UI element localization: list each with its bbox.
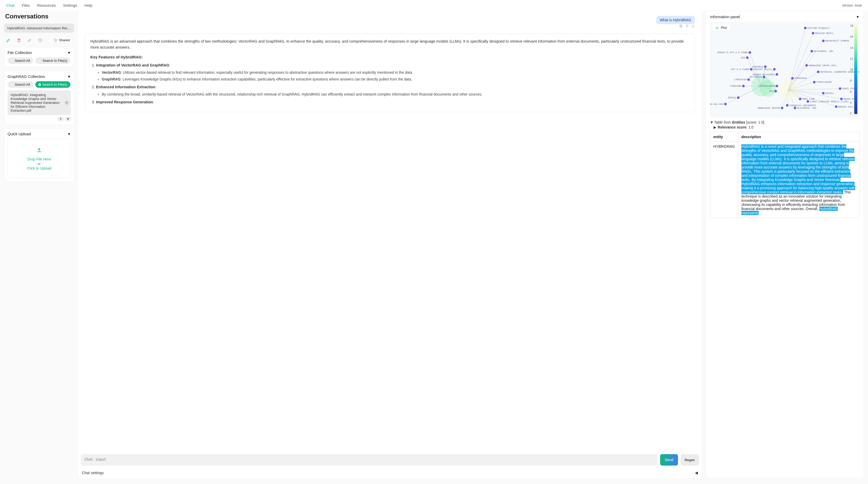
svg-text:-EMBEDDING-ADA-002: -EMBEDDING-ADA-002 [710, 103, 723, 106]
graph-search-all[interactable]: Search All [7, 81, 33, 88]
svg-text:EMMA LIND: EMMA LIND [802, 98, 815, 100]
svg-text:FAITHFULNESS: FAITHFULNESS [758, 85, 775, 88]
description-cell: HybridRAG is a novel and integrated appr… [738, 142, 860, 218]
graphrag-collection-panel: GraphRAG Collection ▼ Search All Search … [4, 71, 74, 125]
svg-point-60 [799, 98, 802, 100]
chat-settings-chevron-icon[interactable]: ◀ [695, 471, 698, 475]
svg-text:OPENAI: OPENAI [728, 97, 736, 99]
rename-icon[interactable] [27, 38, 32, 43]
colorbar [854, 25, 857, 114]
svg-point-64 [786, 104, 788, 107]
svg-point-62 [806, 100, 809, 103]
assistant-intro: HybridRAG is an advanced approach that c… [90, 38, 689, 50]
th-entity: entity [710, 132, 738, 142]
relevance-row[interactable]: ▶ Relevance score: 1.0 [710, 125, 860, 129]
th-description: description [738, 132, 860, 142]
graph-file-chip[interactable]: HybridRAG- Integrating Knowledge Graphs … [7, 90, 71, 115]
conversation-item[interactable]: HybridRAG: Advanced Information Retrieva [4, 24, 74, 33]
svg-point-68 [794, 107, 796, 109]
svg-text:LANGCHAIN: LANGCHAIN [734, 79, 746, 81]
svg-point-66 [781, 107, 783, 109]
user-message: What is HybridRAG [656, 16, 695, 24]
assistant-message: HybridRAG is an advanced approach that c… [85, 33, 695, 112]
svg-point-80 [764, 65, 767, 68]
svg-text:GRAPHRAG: GRAPHRAG [752, 66, 764, 68]
copy-icon[interactable] [679, 24, 683, 29]
network-graph: STEFANO PASQUALIBHAGASH MEHTABHASKARJIT … [710, 22, 860, 117]
svg-point-35 [779, 80, 798, 99]
drop-file-label: Drop File Here [10, 157, 68, 161]
svg-text:BHAGASH MEHTA: BHAGASH MEHTA [815, 32, 833, 35]
svg-point-48 [791, 77, 794, 80]
chevron-down-icon[interactable]: ▼ [67, 74, 71, 79]
svg-text:ANSWER RELEVANCE: ANSWER RELEVANCE [753, 73, 775, 76]
tab-help[interactable]: Help [84, 3, 92, 7]
tab-chat[interactable]: Chat [6, 3, 14, 7]
svg-point-76 [763, 76, 766, 79]
tab-resources[interactable]: Resources [37, 3, 56, 7]
sidebar: Conversations HybridRAG: Advanced Inform… [4, 11, 74, 478]
chat-input[interactable] [81, 454, 657, 465]
svg-text:BLACKROCK, INC.: BLACKROCK, INC. [814, 50, 835, 53]
thumbs-up-icon[interactable] [691, 24, 695, 29]
upload-dropzone[interactable]: Drop File Here - or - Click to Upload [7, 139, 71, 178]
edit-icon[interactable] [6, 38, 11, 43]
chevron-down-icon[interactable]: ▼ [67, 132, 71, 136]
graph-plot[interactable]: Plot STEFANO PASQUALIBHAGASH MEHTABHASKA… [710, 22, 860, 118]
svg-point-84 [776, 73, 778, 76]
toggle-pill[interactable] [51, 38, 57, 42]
features-heading: Key Features of HybridRAG: [90, 54, 689, 60]
svg-point-50 [813, 81, 815, 83]
tab-settings[interactable]: Settings [63, 3, 77, 7]
tab-files[interactable]: Files [22, 3, 30, 7]
svg-point-56 [840, 98, 843, 100]
svg-point-40 [822, 40, 825, 42]
files-dropdown-icon[interactable]: ▾ [65, 117, 71, 121]
quick-upload-panel: Quick Upload ▼ Drop File Here - or - Cli… [4, 128, 74, 182]
svg-point-90 [746, 56, 749, 59]
svg-point-44 [805, 64, 808, 67]
svg-text:FINANCIAL DOCUMENTS: FINANCIAL DOCUMENTS [789, 104, 816, 107]
trash-icon[interactable] [17, 38, 21, 43]
chevron-down-icon[interactable]: ▼ [67, 51, 71, 55]
svg-point-52 [839, 87, 841, 90]
svg-text:PYPDFLOADER: PYPDFLOADER [816, 81, 832, 84]
svg-point-54 [822, 92, 825, 94]
table-from-row[interactable]: ▼ Table from Entities [score: 1.0] [710, 120, 860, 124]
thumbs-down-icon[interactable] [685, 24, 689, 29]
file-search-all[interactable]: Search All [7, 57, 33, 64]
svg-text:BHASKARJIT SARMAH: BHASKARJIT SARMAH [826, 40, 849, 42]
version-label: version: local [842, 3, 862, 7]
entity-cell: HYBRIDRAG [710, 142, 738, 218]
clear-files-icon[interactable]: × [58, 117, 64, 121]
svg-text:GPT-3.5-TURBO: GPT-3.5-TURBO [731, 68, 749, 71]
shared-label: Shared [59, 38, 70, 42]
svg-point-58 [835, 105, 838, 108]
svg-text:HYBRIDRAG: HYBRIDRAG [795, 77, 807, 80]
info-panel: Information panel ▼ Plot STEFANO PASQUAL… [706, 11, 864, 478]
send-button[interactable]: Send [660, 454, 678, 465]
svg-text:KNOWLEDGE GRAPH (KG): KNOWLEDGE GRAPH (KG) [809, 64, 836, 67]
info-panel-chevron-icon[interactable]: ▼ [856, 15, 860, 19]
remove-file-icon[interactable]: × [65, 101, 69, 105]
svg-text:BLACKROCK, INC: BLACKROCK, INC [797, 107, 816, 110]
quick-upload-title: Quick Upload [7, 132, 31, 136]
entities-table: entity description HYBRIDRAG HybridRAG i… [710, 132, 860, 218]
graph-search-in[interactable]: Search In File(s) [35, 81, 70, 88]
file-search-in[interactable]: Search In File(s) [35, 57, 70, 64]
shared-toggle[interactable]: Shared [48, 37, 73, 43]
svg-text:RETRIEVAL AUGMENTED GENERATION: RETRIEVAL AUGMENTED GENERATION (RAG) [820, 71, 860, 73]
svg-text:RAG: RAG [769, 90, 774, 93]
topbar-tabs: Chat Files Resources Settings Help [6, 3, 92, 7]
svg-text:KGS: KGS [741, 57, 745, 59]
regen-button[interactable]: Regen [681, 454, 699, 465]
table-row: HYBRIDRAG HybridRAG is a novel and integ… [710, 142, 860, 218]
chat-settings-label[interactable]: Chat settings [82, 471, 104, 475]
columns-icon[interactable] [38, 38, 42, 43]
svg-text:CONTEXT RECALL: CONTEXT RECALL [753, 68, 772, 71]
info-panel-title: Information panel [710, 14, 740, 19]
svg-point-36 [804, 27, 806, 29]
svg-text:VECTORRAG: VECTORRAG [749, 76, 762, 79]
svg-text:NVIDIA: NVIDIA [826, 92, 834, 95]
graph-file-name: HybridRAG- Integrating Knowledge Graphs … [11, 93, 60, 113]
